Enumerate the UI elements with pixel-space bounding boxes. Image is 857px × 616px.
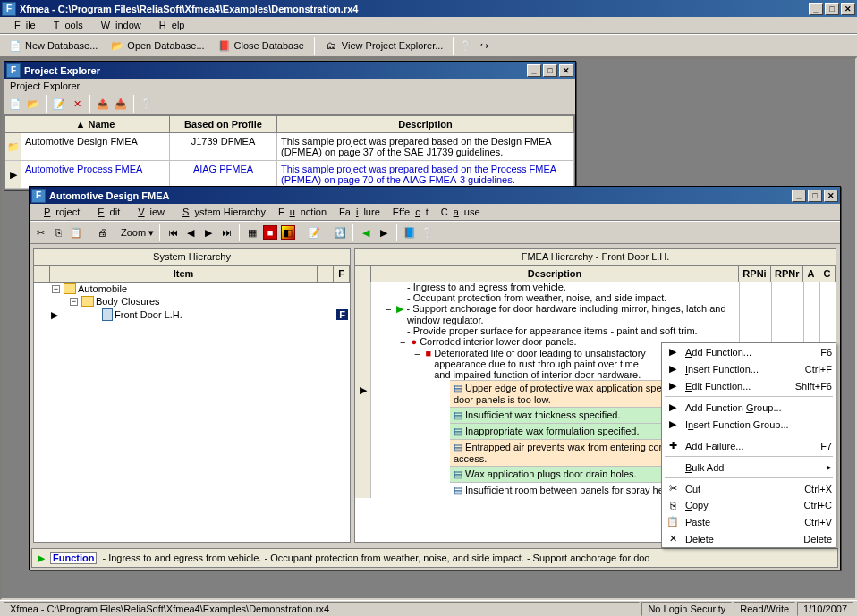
ad-help-icon[interactable]: ❔: [420, 225, 435, 240]
menu-item-icon: ✕: [666, 533, 680, 544]
menu-project[interactable]: Project: [33, 205, 85, 219]
function-link[interactable]: - Occupant protection from weather, nois…: [407, 292, 666, 303]
ad-maximize-button[interactable]: □: [808, 190, 822, 202]
context-menu-item[interactable]: ▶Add Function Group...: [662, 399, 836, 416]
help-icon[interactable]: ❔: [459, 38, 473, 53]
context-menu-item[interactable]: ⎘CopyCtrl+C: [662, 497, 836, 513]
ad-close-button[interactable]: ✕: [824, 190, 838, 202]
context-menu-item[interactable]: ▶Insert Function Group...: [662, 416, 836, 433]
nav-next-icon[interactable]: ▶: [201, 225, 216, 240]
pe-toolbar: 📄 📂 📝 ✕ 📤 📥 ❔: [4, 93, 575, 115]
context-menu-item[interactable]: Bulk Add▸: [662, 459, 836, 476]
import-icon[interactable]: 📥: [114, 97, 128, 111]
sh-title: System Hierarchy: [34, 249, 350, 266]
project-row[interactable]: ▶ Automotive Process FMEA AIAG PFMEA Thi…: [5, 161, 574, 189]
cut-icon[interactable]: ✂: [33, 225, 47, 240]
context-menu-item[interactable]: ✚Add Failure...F7: [662, 437, 836, 454]
print-icon[interactable]: 🖨: [95, 225, 109, 240]
function-link[interactable]: - Provide proper surface for appearance …: [407, 325, 698, 336]
tree-item[interactable]: − Body Closures: [34, 295, 350, 308]
menu-file[interactable]: File: [4, 18, 41, 32]
nav-last-icon[interactable]: ⏭: [219, 225, 233, 240]
back-icon[interactable]: ◀: [359, 225, 373, 240]
zoom-dropdown[interactable]: Zoom ▾: [121, 227, 154, 239]
delete-icon[interactable]: ✕: [70, 97, 84, 111]
export-icon[interactable]: 📤: [96, 97, 110, 111]
file-icon: 📄: [8, 38, 22, 53]
status-login: No Login Security: [641, 602, 732, 616]
context-menu-item[interactable]: ▶Add Function...F6: [662, 343, 836, 360]
pe-minimize-button[interactable]: _: [527, 64, 541, 77]
view-project-explorer-button[interactable]: 🗂View Project Explorer...: [320, 36, 448, 55]
menu-effect[interactable]: Effect: [387, 205, 434, 219]
close-database-button[interactable]: 📕Close Database: [213, 36, 309, 55]
tree-item-selected[interactable]: ▶ Front Door L.H. F: [34, 308, 350, 322]
refresh-icon[interactable]: 🔃: [333, 225, 347, 240]
book-icon[interactable]: 📘: [403, 225, 417, 240]
maximize-button[interactable]: □: [825, 3, 839, 15]
ad-icon: F: [31, 189, 46, 203]
menu-help[interactable]: Help: [148, 18, 191, 32]
context-menu-item[interactable]: ✕DeleteDelete: [662, 530, 836, 547]
context-menu-item[interactable]: 📋PasteCtrl+V: [662, 513, 836, 530]
app-titlebar: F Xfmea - C:\Program Files\ReliaSoft\Xfm…: [0, 0, 857, 17]
pe-help-icon[interactable]: ❔: [140, 97, 154, 111]
collapse-icon[interactable]: −: [70, 298, 78, 306]
red-square-icon[interactable]: ■: [263, 225, 277, 240]
nav-first-icon[interactable]: ⏮: [165, 225, 180, 240]
open-project-icon[interactable]: 📂: [26, 97, 40, 111]
menu-window[interactable]: Window: [90, 18, 147, 32]
paste-icon[interactable]: 📋: [69, 225, 83, 240]
pe-maximize-button[interactable]: □: [543, 64, 557, 77]
new-database-button[interactable]: 📄New Database...: [4, 36, 102, 55]
f-flag: F: [336, 309, 348, 320]
folder-icon: [81, 296, 94, 307]
ad-title: Automotive Design FMEA: [49, 190, 792, 201]
function-link[interactable]: - Support anchorage for door hardware in…: [407, 303, 726, 325]
book-icon: 📕: [217, 38, 232, 53]
yellow-square-icon[interactable]: ◧: [281, 225, 295, 240]
grid-view-icon[interactable]: ▦: [245, 225, 259, 240]
project-explorer-window: F Project Explorer _ □ ✕ Project Explore…: [4, 61, 576, 190]
failure-label[interactable]: Corroded interior lower door panels.: [420, 336, 576, 347]
system-hierarchy-pane: System Hierarchy Item F − Automobile −: [33, 248, 351, 543]
exit-icon[interactable]: ↪: [477, 38, 491, 53]
new-project-icon[interactable]: 📄: [8, 97, 22, 111]
tree-item[interactable]: − Automobile: [34, 283, 350, 295]
menu-item-icon: ▶: [666, 380, 680, 392]
context-menu-item[interactable]: ✂CutCtrl+X: [662, 480, 836, 497]
explorer-icon: 🗂: [325, 38, 339, 53]
close-button[interactable]: ✕: [841, 3, 855, 15]
ad-minimize-button[interactable]: _: [792, 190, 806, 202]
fwd-icon[interactable]: ▶: [377, 225, 391, 240]
menu-tools[interactable]: Tools: [43, 18, 89, 32]
folder-icon: 📁: [7, 141, 20, 153]
system-hierarchy-tree[interactable]: − Automobile − Body Closures ▶ Front Doo…: [34, 283, 350, 542]
app-toolbar: 📄New Database... 📂Open Database... 📕Clos…: [0, 34, 857, 57]
context-menu-item[interactable]: ▶Edit Function...Shift+F6: [662, 377, 836, 394]
menu-failure[interactable]: Failure: [334, 205, 386, 219]
app-icon: F: [2, 2, 16, 16]
open-database-button[interactable]: 📂Open Database...: [106, 36, 208, 55]
menu-cause[interactable]: Cause: [436, 205, 486, 219]
menu-edit[interactable]: Edit: [87, 205, 125, 219]
menu-system-hierarchy[interactable]: System Hierarchy: [172, 205, 271, 219]
pe-close-button[interactable]: ✕: [559, 64, 573, 77]
edit-icon[interactable]: 📝: [52, 97, 66, 111]
project-row[interactable]: 📁 Automotive Design FMEA J1739 DFMEA Thi…: [5, 133, 574, 161]
collapse-icon[interactable]: −: [52, 285, 60, 293]
nav-prev-icon[interactable]: ◀: [183, 225, 198, 240]
function-link[interactable]: - Ingress to and egress from vehicle.: [407, 282, 566, 292]
menu-item-icon: ▶: [666, 363, 680, 375]
menu-function[interactable]: Function: [273, 205, 332, 219]
pe-breadcrumb: Project Explorer: [4, 79, 575, 93]
menu-item-icon: ⎘: [666, 500, 680, 511]
notes-icon[interactable]: 📝: [307, 225, 321, 240]
minimize-button[interactable]: _: [809, 3, 823, 15]
menu-view[interactable]: View: [127, 205, 170, 219]
copy-icon[interactable]: ⎘: [51, 225, 65, 240]
project-grid: ▲ Name Based on Profile Description 📁 Au…: [4, 115, 575, 190]
effect-label[interactable]: Deteriorated life of door leading to uns…: [434, 348, 649, 380]
explorer-tab[interactable]: Explo: [2, 325, 12, 348]
context-menu-item[interactable]: ▶Insert Function...Ctrl+F: [662, 360, 836, 377]
